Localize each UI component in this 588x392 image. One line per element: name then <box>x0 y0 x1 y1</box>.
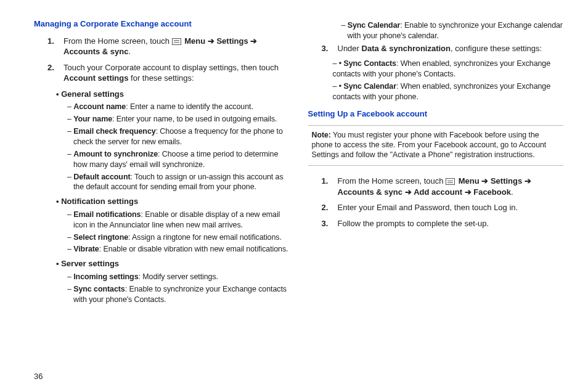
item-desc: : Enter your name, to be used in outgoin… <box>112 115 277 123</box>
step-3: 3. Under Data & synchronization, configu… <box>322 43 564 54</box>
arrow-icon: ➔ <box>525 176 531 187</box>
item-desc: : Enter a name to identify the account. <box>126 102 253 111</box>
step-1: 1. From the Home screen, touch Menu ➔ Se… <box>47 36 290 57</box>
step-number: 3. <box>322 218 338 229</box>
ordered-list: 1. From the Home screen, touch Menu ➔ Se… <box>47 36 290 84</box>
text: , configure these settings: <box>451 44 542 53</box>
step-number: 1. <box>47 36 63 57</box>
arrow-icon: ➔ <box>465 187 472 198</box>
step-2: 2. Touch your Corporate account to displ… <box>47 62 290 84</box>
item-label: Incoming settings <box>73 272 138 281</box>
item-desc: : Modify server settings. <box>139 272 219 281</box>
list-item: Sync contacts: Enable to synchronize you… <box>67 284 290 305</box>
section-heading-exchange: Managing a Corporate Exchange account <box>34 18 290 30</box>
note-label: Note: <box>312 131 331 139</box>
fb-step-1: 1. From the Home screen, touch Menu ➔ Se… <box>322 176 564 197</box>
label-data-sync: Data & synchronization <box>362 44 451 53</box>
label-menu: Menu <box>459 176 480 186</box>
item-desc: : Assign a ringtone for new email notifi… <box>128 233 282 242</box>
dash-list: Sync Calendar: Enable to synchronize you… <box>341 20 564 41</box>
fb-step-3: 3. Follow the prompts to complete the se… <box>322 218 564 229</box>
text: . <box>128 47 131 56</box>
bullet-general-settings: General settings <box>56 89 290 100</box>
list-item: Amount to synchronize: Choose a time per… <box>67 149 290 170</box>
step-text: From the Home screen, touch Menu ➔ Setti… <box>338 176 564 197</box>
label-facebook: Facebook <box>473 187 511 197</box>
bullet-list: • Sync Contacts: When enabled, synchroni… <box>333 59 564 102</box>
text: Touch your Corporate account to display … <box>63 63 279 72</box>
step-number: 3. <box>322 43 338 54</box>
step-number: 1. <box>322 176 338 197</box>
list-item: Account name: Enter a name to identify t… <box>67 102 290 112</box>
item-label: Sync Calendar <box>343 82 396 91</box>
item-label: Your name <box>73 115 112 123</box>
list-item: Email notifications: Enable or disable d… <box>67 210 290 231</box>
item-label: Default account <box>73 173 130 181</box>
text: . <box>511 187 513 197</box>
step-text: Under Data & synchronization, configure … <box>338 43 564 54</box>
text: for these settings: <box>128 73 194 83</box>
item-label: Account name <box>73 102 126 111</box>
list-item: Your name: Enter your name, to be used i… <box>67 114 290 125</box>
step-text: Touch your Corporate account to display … <box>63 62 290 84</box>
text: From the Home screen, touch <box>338 176 446 186</box>
list-item: • Sync Calendar: When enabled, synchroni… <box>333 81 564 102</box>
ordered-list: 1. From the Home screen, touch Menu ➔ Se… <box>322 176 564 229</box>
section-heading-facebook: Setting Up a Facebook account <box>308 108 564 120</box>
item-desc: : Enable or disable vibration with new e… <box>99 245 288 253</box>
left-column: Managing a Corporate Exchange account 1.… <box>34 18 290 385</box>
text: Under <box>338 44 362 53</box>
dash-list: Email notifications: Enable or disable d… <box>67 210 290 255</box>
menu-icon <box>172 38 181 45</box>
note-text: You must register your phone with Facebo… <box>312 131 547 159</box>
right-column: Sync Calendar: Enable to synchronize you… <box>308 18 564 385</box>
label-menu: Menu <box>184 36 205 46</box>
fb-step-2: 2. Enter your Email and Password, then t… <box>322 202 564 213</box>
item-label: Vibrate <box>73 245 99 253</box>
label-settings: Settings <box>491 176 522 186</box>
item-label: Sync Contacts <box>343 59 396 68</box>
list-item: Email check frequency: Choose a frequenc… <box>67 126 290 147</box>
arrow-icon: ➔ <box>405 187 412 198</box>
label-settings: Settings <box>216 36 248 46</box>
list-item: • Sync Contacts: When enabled, synchroni… <box>333 59 564 80</box>
note-box: Note: You must register your phone with … <box>308 125 564 166</box>
bullet-list: General settings Account name: Enter a n… <box>56 89 290 305</box>
step-text: Enter your Email and Password, then touc… <box>338 202 564 213</box>
ordered-list: 3. Under Data & synchronization, configu… <box>322 43 564 54</box>
list-item: Select ringtone: Assign a ringtone for n… <box>67 232 290 243</box>
page-number: 36 <box>34 371 43 382</box>
item-label: Sync Calendar <box>348 21 401 30</box>
step-number: 2. <box>47 62 63 84</box>
page: Managing a Corporate Exchange account 1.… <box>0 0 588 392</box>
dash-list: Account name: Enter a name to identify t… <box>67 102 290 192</box>
label-account-settings: Account settings <box>63 73 128 83</box>
label-add-account: Add account <box>414 187 462 197</box>
label-accounts-sync: Accounts & sync <box>63 47 128 56</box>
list-item: Vibrate: Enable or disable vibration wit… <box>67 244 290 255</box>
item-label: Sync contacts <box>73 285 125 293</box>
item-label: Select ringtone <box>73 233 128 242</box>
arrow-icon: ➔ <box>208 36 214 47</box>
step-text: From the Home screen, touch Menu ➔ Setti… <box>63 36 290 57</box>
item-label: Email notifications <box>73 210 141 219</box>
text: From the Home screen, touch <box>63 36 172 46</box>
list-item: Sync Calendar: Enable to synchronize you… <box>341 20 564 41</box>
bullet-server-settings: Server settings <box>56 258 290 269</box>
label-accounts-sync: Accounts & sync <box>338 187 402 197</box>
bullet-notification-settings: Notification settings <box>56 196 290 207</box>
step-number: 2. <box>322 202 338 213</box>
list-item: Default account: Touch to assign or un-a… <box>67 172 290 193</box>
step-text: Follow the prompts to complete the set-u… <box>338 218 564 229</box>
arrow-icon: ➔ <box>481 176 488 187</box>
menu-icon <box>446 178 455 185</box>
item-label: Email check frequency <box>73 127 155 136</box>
arrow-icon: ➔ <box>250 36 257 47</box>
dash-list: Incoming settings: Modify server setting… <box>67 272 290 305</box>
item-label: Amount to synchronize <box>73 150 158 158</box>
list-item: Incoming settings: Modify server setting… <box>67 272 290 282</box>
